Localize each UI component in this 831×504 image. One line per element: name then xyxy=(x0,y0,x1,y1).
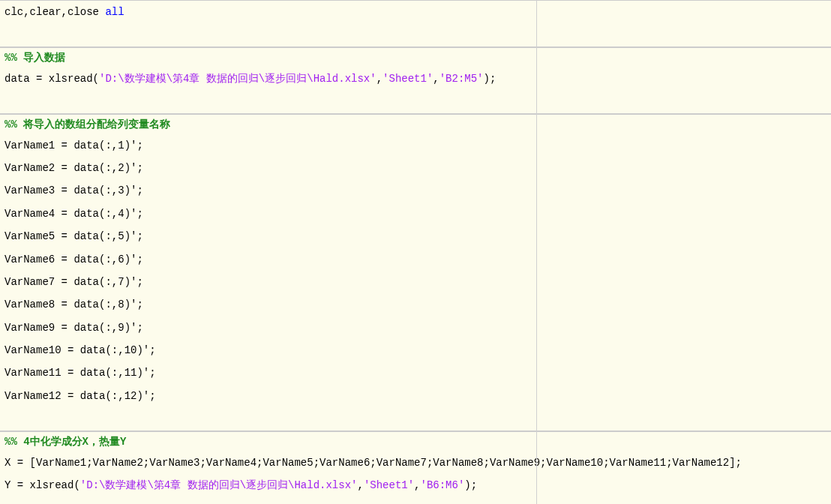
code-block-2: %% 将导入的数组分配给列变量名称 VarName1 = data(:,1)';… xyxy=(0,114,831,431)
code-text: , xyxy=(414,479,420,491)
section-title: %% 将导入的数组分配给列变量名称 xyxy=(0,115,831,134)
code-line: VarName12 = data(:,12)'; xyxy=(0,385,831,407)
code-text: , xyxy=(433,73,439,85)
column-guide xyxy=(536,0,537,504)
string-literal: 'B2:M5' xyxy=(440,73,484,85)
code-line: VarName7 = data(:,7)'; xyxy=(0,271,831,293)
code-text: ); xyxy=(464,479,477,491)
blank-line xyxy=(0,90,831,112)
code-line: VarName1 = data(:,1)'; xyxy=(0,134,831,157)
section-title: %% 4中化学成分X，热量Y xyxy=(0,432,831,452)
code-text: , xyxy=(357,479,363,491)
code-text: clc,clear,close xyxy=(4,6,105,18)
string-literal: 'B6:M6' xyxy=(421,479,465,491)
string-literal: 'Sheet1' xyxy=(364,479,414,491)
code-line: data = xlsread('D:\数学建模\第4章 数据的回归\逐步回归\H… xyxy=(0,68,831,90)
blank-line xyxy=(0,407,831,430)
code-line: VarName9 = data(:,9)'; xyxy=(0,316,831,339)
string-literal: 'D:\数学建模\第4章 数据的回归\逐步回归\Hald.xlsx' xyxy=(99,73,376,85)
code-block-0: clc,clear,close all xyxy=(0,0,831,47)
string-literal: 'Sheet1' xyxy=(382,73,433,85)
code-line: VarName5 = data(:,5)'; xyxy=(0,225,831,248)
blank-line xyxy=(0,23,831,46)
code-text: Y = xlsread( xyxy=(4,479,80,491)
code-container: clc,clear,close all %% 导入数据 data = xlsre… xyxy=(0,0,831,504)
code-text: ); xyxy=(484,73,496,85)
blank-line xyxy=(0,496,831,504)
code-text: , xyxy=(376,73,382,85)
code-block-3: %% 4中化学成分X，热量Y X = [VarName1;VarName2;Va… xyxy=(0,431,831,504)
code-line: VarName11 = data(:,11)'; xyxy=(0,362,831,384)
code-line: VarName3 = data(:,3)'; xyxy=(0,179,831,202)
code-block-1: %% 导入数据 data = xlsread('D:\数学建模\第4章 数据的回… xyxy=(0,47,831,114)
code-line: X = [VarName1;VarName2;VarName3;VarName4… xyxy=(0,452,831,474)
code-line: clc,clear,close all xyxy=(0,1,831,23)
code-line: VarName8 = data(:,8)'; xyxy=(0,293,831,316)
keyword: all xyxy=(105,6,124,18)
code-line: VarName4 = data(:,4)'; xyxy=(0,202,831,225)
code-line: VarName2 = data(:,2)'; xyxy=(0,157,831,179)
string-literal: 'D:\数学建模\第4章 数据的回归\逐步回归\Hald.xlsx' xyxy=(80,479,358,491)
section-title: %% 导入数据 xyxy=(0,48,831,68)
code-text: data = xlsread( xyxy=(4,73,99,85)
code-line: VarName10 = data(:,10)'; xyxy=(0,339,831,362)
code-line: Y = xlsread('D:\数学建模\第4章 数据的回归\逐步回归\Hald… xyxy=(0,474,831,496)
code-line: VarName6 = data(:,6)'; xyxy=(0,248,831,271)
